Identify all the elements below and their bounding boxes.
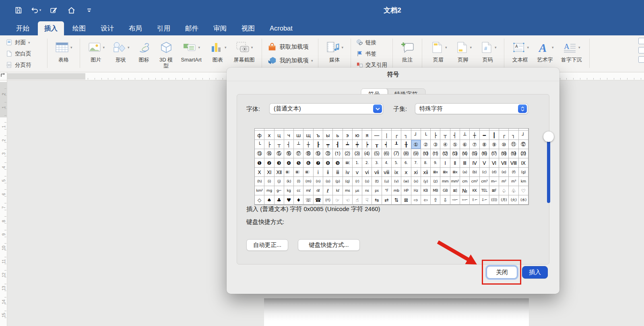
- char-cell[interactable]: KB: [421, 186, 431, 195]
- char-cell-selected[interactable]: ①: [411, 140, 421, 149]
- char-cell[interactable]: ⑯: [284, 149, 294, 158]
- char-cell[interactable]: ♠: [264, 195, 274, 205]
- char-cell[interactable]: ├: [431, 131, 440, 140]
- char-cell[interactable]: ┯: [323, 140, 333, 149]
- char-cell[interactable]: 7.: [411, 158, 421, 168]
- char-cell[interactable]: ┨: [333, 140, 343, 149]
- char-cell[interactable]: mm: [440, 177, 450, 186]
- ribbon-button-page-number[interactable]: #▾页码: [475, 35, 500, 72]
- char-cell[interactable]: ⇧⌐: [470, 195, 479, 205]
- char-cell[interactable]: ⅵ: [362, 168, 372, 177]
- char-cell[interactable]: ❹: [284, 158, 294, 168]
- char-cell[interactable]: ⇨: [411, 195, 421, 205]
- char-cell[interactable]: (f): [509, 168, 518, 177]
- char-cell[interactable]: Hz: [411, 186, 421, 195]
- char-cell[interactable]: (水): [519, 195, 528, 205]
- char-cell[interactable]: (u): [382, 177, 392, 186]
- char-cell[interactable]: я: [362, 131, 372, 140]
- char-cell[interactable]: ⊠x: [440, 168, 450, 177]
- char-cell[interactable]: э: [343, 131, 353, 140]
- char-cell[interactable]: ┘: [519, 131, 528, 140]
- char-cell[interactable]: 1.: [353, 158, 362, 168]
- char-cell[interactable]: ⑾: [431, 149, 440, 158]
- char-cell[interactable]: ⊠F: [489, 186, 499, 195]
- char-cell[interactable]: ┠: [314, 140, 323, 149]
- char-cell[interactable]: ├: [264, 140, 274, 149]
- char-cell[interactable]: ⇅: [392, 195, 401, 205]
- char-cell[interactable]: cm²: [470, 177, 479, 186]
- char-cell[interactable]: 4.: [382, 158, 392, 168]
- char-cell[interactable]: ⊠〉: [294, 168, 303, 177]
- char-cell[interactable]: ♦: [294, 195, 303, 205]
- char-cell[interactable]: ┷: [343, 140, 353, 149]
- char-cell[interactable]: (g): [519, 168, 528, 177]
- ribbon-button-blank-page[interactable]: 空白页: [6, 49, 43, 59]
- char-cell[interactable]: ⅸ: [392, 168, 401, 177]
- char-cell[interactable]: ⑱: [303, 149, 313, 158]
- ribbon-button-link[interactable]: 链接: [356, 37, 387, 47]
- char-cell[interactable]: Ⅵ: [489, 158, 499, 168]
- char-cell[interactable]: ⑼: [411, 149, 421, 158]
- char-cell[interactable]: ╂: [401, 140, 411, 149]
- ribbon-button-wordart[interactable]: A▾艺术字: [533, 35, 557, 72]
- char-cell[interactable]: ┐: [509, 131, 518, 140]
- char-cell[interactable]: ⑽: [421, 149, 431, 158]
- char-cell[interactable]: (j): [275, 177, 284, 186]
- char-cell[interactable]: ⊠〉: [284, 168, 294, 177]
- char-cell[interactable]: ┤: [450, 131, 460, 140]
- char-cell[interactable]: ъ: [314, 131, 323, 140]
- ribbon-button-page-break[interactable]: 分页符: [6, 60, 43, 70]
- home-button[interactable]: [65, 5, 77, 15]
- ribbon-button-my-add-ins[interactable]: 我的加载项▾: [267, 55, 313, 66]
- document-page[interactable]: [264, 298, 529, 326]
- char-cell[interactable]: ❷: [264, 158, 274, 168]
- char-cell[interactable]: MB: [431, 186, 440, 195]
- char-cell[interactable]: (w): [401, 177, 411, 186]
- char-cell[interactable]: ⑳: [323, 149, 333, 158]
- char-cell[interactable]: ы: [323, 131, 333, 140]
- char-cell[interactable]: ❻: [303, 158, 313, 168]
- char-cell[interactable]: (r): [353, 177, 362, 186]
- char-cell[interactable]: dℓ: [314, 186, 323, 195]
- font-dropdown[interactable]: (普通文本): [269, 103, 383, 114]
- char-cell[interactable]: (o): [323, 177, 333, 186]
- char-cell[interactable]: ⅶ: [372, 168, 382, 177]
- char-cell[interactable]: ☎: [314, 195, 323, 205]
- char-cell[interactable]: ⑰: [294, 149, 303, 158]
- char-cell[interactable]: ⇆: [372, 195, 382, 205]
- char-cell[interactable]: ь: [333, 131, 343, 140]
- char-cell[interactable]: ┬: [275, 140, 284, 149]
- char-cell[interactable]: (a): [460, 168, 470, 177]
- undo-button[interactable]: ▾: [30, 5, 42, 15]
- char-cell[interactable]: ♥: [284, 195, 294, 205]
- char-cell[interactable]: ⅻ: [421, 168, 431, 177]
- char-cell[interactable]: (c): [480, 168, 489, 177]
- char-cell[interactable]: ⑭: [264, 149, 274, 158]
- char-cell[interactable]: ⇨⌐: [450, 195, 460, 205]
- char-cell[interactable]: (x): [411, 177, 421, 186]
- char-cell[interactable]: (h): [255, 177, 264, 186]
- char-cell[interactable]: (s): [362, 177, 372, 186]
- char-cell[interactable]: ⊠x: [450, 168, 460, 177]
- ribbon-button-drop-cap[interactable]: A▾首字下沉: [557, 35, 586, 72]
- char-cell[interactable]: ⊠]: [450, 186, 460, 195]
- tab-insert[interactable]: 插入: [38, 21, 64, 35]
- char-cell[interactable]: Ⅷ: [509, 158, 518, 168]
- char-cell[interactable]: GB: [440, 186, 450, 195]
- char-cell[interactable]: ┌: [499, 131, 509, 140]
- char-cell[interactable]: Ⅳ: [470, 158, 479, 168]
- char-cell[interactable]: ⊠(: [343, 158, 353, 168]
- close-button[interactable]: 关闭: [487, 266, 517, 279]
- char-cell[interactable]: m³: [509, 177, 518, 186]
- char-cell[interactable]: ш: [294, 131, 303, 140]
- char-cell[interactable]: km²: [255, 186, 264, 195]
- tab-draw[interactable]: 绘图: [66, 21, 92, 35]
- char-cell[interactable]: ⅺ: [411, 168, 421, 177]
- char-cell[interactable]: ⇩⌐: [480, 195, 489, 205]
- char-cell[interactable]: ⑧: [480, 140, 489, 149]
- ribbon-button-smartart[interactable]: ▾SmartArt: [178, 35, 205, 72]
- tab-layout[interactable]: 布局: [122, 21, 149, 35]
- char-cell[interactable]: ⅰ: [314, 168, 323, 177]
- char-cell[interactable]: ┴: [294, 140, 303, 149]
- char-cell[interactable]: ns: [362, 186, 372, 195]
